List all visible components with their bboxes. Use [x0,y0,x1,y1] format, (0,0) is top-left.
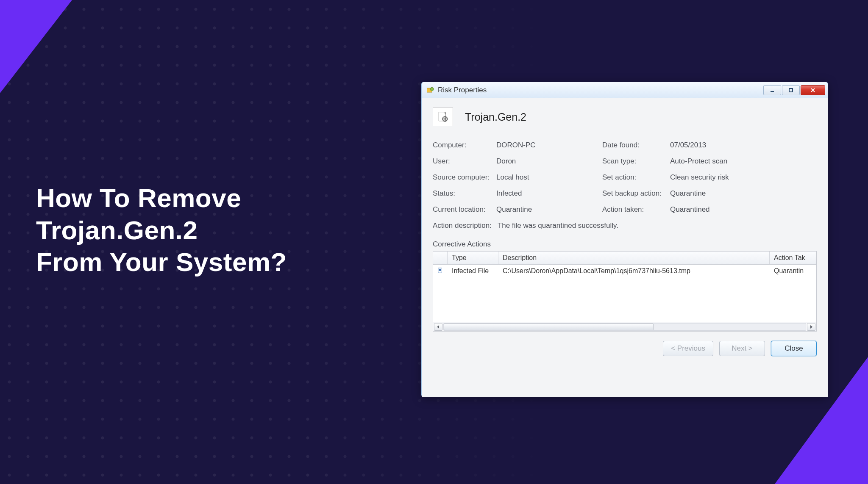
user-label: User: [433,157,496,166]
table-header-row: Type Description Action Tak [433,252,816,265]
risk-properties-window: Risk Properties [421,82,828,397]
table-cell-type: Infected File [448,265,498,277]
table-cell-description: C:\Users\Doron\AppData\Local\Temp\1qsj6m… [498,265,770,277]
svg-rect-3 [789,89,793,92]
action-taken-value: Quarantined [670,205,776,214]
status-value: Infected [496,189,602,198]
source-computer-label: Source computer: [433,173,496,182]
computer-value: DORON-PC [496,141,602,149]
accent-wedge-top-left [0,0,72,93]
previous-button[interactable]: < Previous [663,341,713,356]
threat-name: Trojan.Gen.2 [465,111,526,123]
action-description-row: Action description: The file was quarant… [433,221,817,230]
horizontal-scrollbar[interactable] [433,322,816,331]
table-header-type[interactable]: Type [448,252,498,264]
scroll-thumb[interactable] [444,324,654,330]
scroll-right-button[interactable] [807,323,815,331]
set-backup-action-label: Set backup action: [602,189,670,198]
table-empty-area [433,277,816,322]
svg-rect-12 [439,269,441,270]
svg-marker-15 [810,325,812,329]
properties-grid: Computer: DORON-PC Date found: 07/05/201… [433,141,817,214]
threat-header-row: Trojan.Gen.2 [433,108,817,126]
action-description-value: The file was quarantined successfully. [498,221,618,230]
set-backup-action-value: Quarantine [670,189,776,198]
svg-marker-14 [437,325,439,329]
table-header-description[interactable]: Description [498,252,770,264]
close-button[interactable]: Close [771,341,817,356]
window-buttons [762,85,825,95]
next-button[interactable]: Next > [719,341,765,356]
table-row[interactable]: Infected File C:\Users\Doron\AppData\Loc… [433,265,816,277]
headline-text: How To Remove Trojan.Gen.2 From Your Sys… [36,182,287,278]
action-taken-label: Action taken: [602,205,670,214]
minimize-button[interactable] [763,85,781,95]
svg-rect-13 [439,270,441,271]
scroll-left-button[interactable] [434,323,442,331]
svg-point-1 [430,87,434,91]
set-action-value: Clean security risk [670,173,776,182]
headline-line-2: Trojan.Gen.2 [36,214,287,246]
set-action-label: Set action: [602,173,670,182]
threat-file-icon [433,108,453,126]
date-found-value: 07/05/2013 [670,141,776,149]
date-found-label: Date found: [602,141,670,149]
window-close-button[interactable] [801,85,825,95]
dialog-footer: < Previous Next > Close [433,341,817,356]
hero-stage: How To Remove Trojan.Gen.2 From Your Sys… [0,0,868,484]
computer-label: Computer: [433,141,496,149]
window-title: Risk Properties [438,86,762,94]
header-divider [433,134,817,134]
source-computer-value: Local host [496,173,602,182]
infected-file-icon [437,268,443,274]
current-location-label: Current location: [433,205,496,214]
table-cell-action: Quarantin [770,265,816,277]
table-header-icon[interactable] [433,252,448,264]
app-icon [426,86,434,94]
status-label: Status: [433,189,496,198]
window-client-area: Trojan.Gen.2 Computer: DORON-PC Date fou… [422,98,828,397]
headline-line-1: How To Remove [36,182,287,214]
corrective-actions-title: Corrective Actions [433,240,817,249]
headline-line-3: From Your System? [36,246,287,278]
scan-type-value: Auto-Protect scan [670,157,776,166]
maximize-button[interactable] [782,85,800,95]
window-titlebar[interactable]: Risk Properties [422,82,828,98]
corrective-actions-table: Type Description Action Tak Infected Fil… [433,251,817,332]
current-location-value: Quarantine [496,205,602,214]
user-value: Doron [496,157,602,166]
table-header-action[interactable]: Action Tak [770,252,816,264]
action-description-label: Action description: [433,221,492,230]
scan-type-label: Scan type: [602,157,670,166]
scroll-track[interactable] [443,323,806,331]
